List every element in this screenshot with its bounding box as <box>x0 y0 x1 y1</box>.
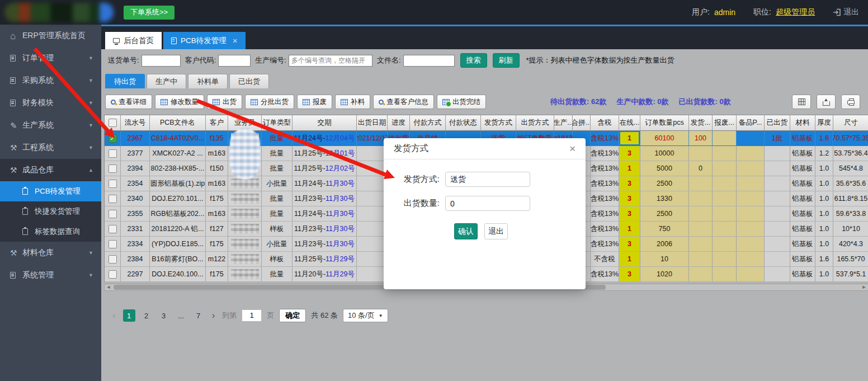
prev-page-arrow[interactable]: ‹ <box>110 310 118 321</box>
sidebar-item-系统管理[interactable]: 系统管理▼ <box>0 264 101 286</box>
dialog-close-icon[interactable]: × <box>569 143 575 154</box>
sidebar-item-财务模块[interactable]: 财务模块▼ <box>0 92 101 114</box>
column-header-订单类型[interactable]: 订单类型 <box>262 115 293 131</box>
page-3[interactable]: 3 <box>158 309 170 322</box>
sidebar-item-订单管理[interactable]: 订单管理▼ <box>0 47 101 69</box>
row-checkbox[interactable] <box>108 210 117 218</box>
close-tab-icon[interactable]: × <box>233 36 238 45</box>
sidebar-item-材料仓库[interactable]: ⚒材料仓库▼ <box>0 242 101 264</box>
confirm-button[interactable]: 确认 <box>454 223 478 239</box>
column-header-付款方式[interactable]: 付款方式 <box>410 115 446 131</box>
select-all-checkbox[interactable] <box>108 119 117 127</box>
export-button[interactable] <box>817 95 836 109</box>
shipping-method-input[interactable] <box>445 172 530 187</box>
column-header-含税[interactable]: 含税 <box>591 115 619 131</box>
filter-input[interactable] <box>141 55 181 67</box>
toolbar-button-查看客户信息[interactable]: 查看客户信息 <box>373 95 434 109</box>
sidebar-item-标签数据查询[interactable]: 标签数据查询 <box>0 222 101 242</box>
page-numbers: 123...7 <box>123 309 205 322</box>
refresh-button[interactable]: 刷新 <box>493 53 520 68</box>
column-header-客户[interactable]: 客户 <box>206 115 228 131</box>
tab-pcb-shipping[interactable]: PCB待发管理 × <box>163 32 246 49</box>
subtab-已出货[interactable]: 已出货 <box>229 74 269 88</box>
column-header-报废...[interactable]: 报废... <box>713 115 737 131</box>
filter-input[interactable] <box>218 55 251 67</box>
sidebar-item-PCB待发管理[interactable]: PCB待发管理 <box>0 181 101 201</box>
toolbar-button-修改数量[interactable]: 修改数量 <box>155 95 204 109</box>
cell: 批量 <box>262 191 293 206</box>
print-button[interactable] <box>841 95 860 109</box>
toolbar-button-分批出货[interactable]: 分批出货 <box>245 95 294 109</box>
row-checkbox[interactable] <box>108 149 117 158</box>
scroll-right-arrow[interactable]: ► <box>860 284 868 290</box>
column-header-出货方式[interactable]: 出货方式 <box>516 115 554 131</box>
row-checkbox[interactable] <box>108 255 117 264</box>
page-...[interactable]: ... <box>175 309 187 322</box>
toolbar-button-补料[interactable]: 补料 <box>335 95 370 109</box>
row-checkbox[interactable] <box>108 240 117 248</box>
column-header-checkbox[interactable] <box>105 115 121 131</box>
row-checkbox[interactable] <box>108 270 117 279</box>
page-1[interactable]: 1 <box>123 309 135 322</box>
row-checkbox[interactable] <box>108 195 117 203</box>
order-system-button[interactable]: 下单系统>> <box>124 6 174 20</box>
next-page-arrow[interactable]: › <box>210 310 218 321</box>
sidebar-item-工程系统[interactable]: ⚒工程系统▼ <box>0 137 101 159</box>
cell: 611.8*8.15 <box>833 191 868 206</box>
subtab-待出货[interactable]: 待出货 <box>105 74 145 88</box>
ship-quantity-input[interactable] <box>445 196 530 211</box>
logout-button[interactable]: 退出 <box>833 7 859 17</box>
sidebar-item-采购系统[interactable]: 采购系统▼ <box>0 69 101 92</box>
toolbar-button-出货完结[interactable]: 出货完结 <box>437 95 486 109</box>
page-size-select[interactable]: 10 条/页 ▼ <box>343 309 388 322</box>
column-header-进度[interactable]: 进度 <box>388 115 410 131</box>
toolbar-button-报废[interactable]: 报废 <box>297 95 332 109</box>
search-button[interactable]: 搜索 <box>460 53 487 68</box>
column-header-已出货[interactable]: 已出货 <box>765 115 790 131</box>
column-header-出货日期[interactable]: 出货日期 <box>357 115 388 131</box>
position-label: 职位: <box>753 7 771 17</box>
exit-button[interactable]: 退出 <box>484 223 508 239</box>
cell <box>689 191 713 206</box>
sidebar-item-快捷发货管理[interactable]: 快捷发货管理 <box>0 201 101 222</box>
cell: 批量 <box>262 267 293 282</box>
column-header-流水号[interactable]: 流水号 <box>121 115 150 131</box>
column-header-合拼...[interactable]: 合拼... <box>573 115 591 131</box>
column-header-发货...[interactable]: 发货... <box>689 115 713 131</box>
tab-backstage-home[interactable]: 后台首页 <box>105 32 162 49</box>
row-checkbox[interactable] <box>108 164 117 173</box>
row-checkbox[interactable] <box>108 225 117 233</box>
page-jump-input[interactable] <box>242 309 262 322</box>
column-header-发货方式[interactable]: 发货方式 <box>481 115 516 131</box>
column-header-交期[interactable]: 交期 <box>293 115 357 131</box>
sidebar-item-ERP管理系统首页[interactable]: ⌂ERP管理系统首页 <box>0 25 101 47</box>
row-checkbox[interactable] <box>108 180 117 188</box>
subtab-生产中[interactable]: 生产中 <box>147 74 186 88</box>
sidebar-item-生产系统[interactable]: ✎生产系统▼ <box>0 114 101 137</box>
column-header-厚度[interactable]: 厚度 <box>815 115 833 131</box>
row-checkbox[interactable]: ✓ <box>108 134 117 143</box>
page-7[interactable]: 7 <box>192 309 205 322</box>
column-header-生产...[interactable]: 生产... <box>554 115 573 131</box>
column-header-付款状态[interactable]: 付款状态 <box>446 115 481 131</box>
subtab-补料单[interactable]: 补料单 <box>188 74 228 88</box>
due-date-start: 11月23号- <box>294 239 326 249</box>
page-2[interactable]: 2 <box>140 309 153 322</box>
column-header-订单数量pcs[interactable]: 订单数量pcs <box>640 115 689 131</box>
column-header-尺寸[interactable]: 尺寸 <box>833 115 868 131</box>
filter-input[interactable] <box>289 55 372 67</box>
toolbar-button-查看详细[interactable]: 查看详细 <box>105 95 152 109</box>
jump-confirm-button[interactable]: 确定 <box>279 309 306 322</box>
column-header-备品P...[interactable]: 备品P... <box>737 115 765 131</box>
position-value[interactable]: 超级管理员 <box>776 7 815 17</box>
due-date-start: 11月20号- <box>294 270 326 279</box>
cell: 铝基板 <box>790 161 815 176</box>
toolbar-button-出货[interactable]: 出货 <box>207 95 242 109</box>
columns-button[interactable] <box>792 95 811 109</box>
column-header-PCB文件名[interactable]: PCB文件名 <box>150 115 206 131</box>
sidebar-item-成品仓库[interactable]: ⚒成品仓库▲ <box>0 159 101 181</box>
scroll-left-arrow[interactable]: ◄ <box>105 284 112 290</box>
filter-input[interactable] <box>403 55 455 67</box>
column-header-在线...[interactable]: 在线... <box>619 115 640 131</box>
column-header-材料[interactable]: 材料 <box>790 115 815 131</box>
